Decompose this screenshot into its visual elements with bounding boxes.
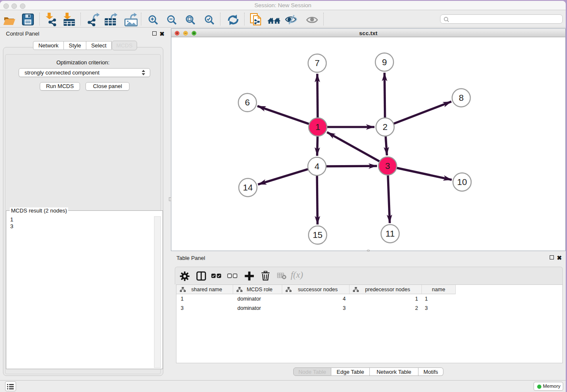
svg-text:11: 11 [385,229,395,238]
svg-text:8: 8 [459,93,464,102]
svg-text:14: 14 [243,182,253,192]
svg-text:3: 3 [385,161,390,171]
svg-text:4: 4 [314,161,319,171]
svg-text:15: 15 [313,230,322,240]
svg-text:10: 10 [457,177,467,187]
svg-text:6: 6 [245,97,250,107]
svg-text:1: 1 [315,122,320,132]
svg-text:7: 7 [315,58,320,68]
svg-text:2: 2 [383,122,388,132]
svg-text:9: 9 [382,57,387,67]
